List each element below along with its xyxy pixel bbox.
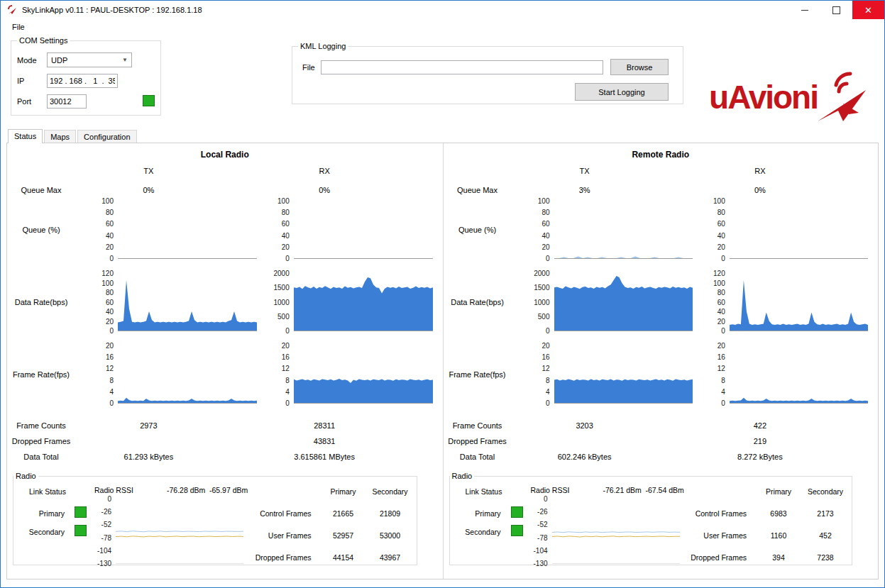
local-queue-tx-yaxis: 100806040200	[91, 197, 118, 262]
remote-frame-counts-tx: 3203	[527, 421, 703, 430]
com-settings-group: COM Settings Mode UDP ▼ IP Port	[11, 36, 161, 116]
menu-file[interactable]: File	[8, 21, 29, 33]
remote-frame-tx-chart	[554, 345, 693, 404]
local-user-frames-label: User Frames	[252, 531, 320, 540]
local-primary-led	[75, 506, 87, 518]
remote-data-tx-yaxis: 2000150010005000	[527, 270, 554, 335]
local-dropped-frames-rx: 43831	[267, 437, 443, 445]
remote-rx-header: RX	[703, 167, 878, 175]
start-logging-button[interactable]: Start Logging	[575, 83, 669, 101]
tab-maps[interactable]: Maps	[44, 130, 76, 143]
uavionix-plane-icon	[815, 70, 872, 127]
remote-rssi-yaxis: 0-26-52-78-104-130	[527, 495, 552, 567]
local-rssi-label: Radio RSSI	[94, 486, 133, 494]
status-tab-page: Local Radio TX RX Queue Max 0% 0% Queue …	[6, 143, 879, 579]
local-queue-rx-chart	[294, 201, 433, 259]
browse-button[interactable]: Browse	[610, 59, 669, 75]
port-label: Port	[17, 97, 47, 106]
remote-table-primary-header: Primary	[755, 487, 802, 496]
tab-configuration[interactable]: Configuration	[77, 130, 136, 143]
kml-file-label: File	[302, 63, 321, 72]
local-dropped-frames-secondary: 43967	[367, 553, 414, 562]
port-field[interactable]	[47, 94, 87, 109]
local-frame-counts-tx: 2973	[91, 421, 267, 430]
local-data-rx-yaxis: 2000150010005000	[267, 270, 294, 335]
remote-rssi-primary-value: -76.21 dBm	[603, 486, 642, 494]
remote-rssi-chart	[552, 499, 680, 564]
local-data-total-tx: 61.293 kBytes	[91, 453, 267, 461]
local-frame-tx-chart	[118, 345, 257, 404]
app-window: SkyLinkApp v0.11 : PAUL-DESKTOP : 192.16…	[0, 0, 885, 588]
remote-rssi-secondary-value: -67.54 dBm	[646, 486, 684, 494]
remote-data-tx-chart	[554, 273, 693, 331]
maximize-button[interactable]	[820, 1, 852, 19]
mode-label: Mode	[17, 56, 47, 65]
remote-frame-tx-yaxis: 201612840	[527, 342, 554, 407]
remote-frames-table: Primary Secondary Control Frames 6983 21…	[688, 484, 850, 565]
local-secondary-label: Secondary	[19, 528, 65, 536]
remote-data-rate-label: Data Rate(bps)	[444, 273, 527, 331]
local-user-frames-secondary: 53000	[367, 531, 414, 540]
mode-dropdown[interactable]: UDP ▼	[47, 52, 132, 67]
minimize-button[interactable]	[788, 1, 820, 19]
remote-rssi-label: Radio RSSI	[531, 486, 570, 494]
local-control-frames-secondary: 21809	[367, 509, 414, 518]
com-settings-legend: COM Settings	[17, 36, 70, 45]
local-table-secondary-header: Secondary	[367, 487, 414, 496]
local-frames-table: Primary Secondary Control Frames 21665 2…	[252, 484, 414, 565]
local-primary-label: Primary	[19, 509, 65, 518]
close-button[interactable]: ✕	[852, 1, 884, 19]
local-queue-rx-yaxis: 100806040200	[267, 197, 294, 262]
local-queue-label: Queue (%)	[7, 201, 91, 259]
local-queue-tx-chart	[118, 201, 257, 259]
local-dropped-frames-primary: 44154	[320, 553, 367, 562]
local-queue-max-rx: 0%	[267, 186, 443, 194]
uavionix-logo: uAvioni	[709, 70, 872, 127]
remote-queue-max-tx: 3%	[527, 186, 703, 194]
remote-queue-max-label: Queue Max	[444, 186, 527, 194]
remote-secondary-label: Secondary	[456, 528, 501, 536]
local-radio-panel: Local Radio TX RX Queue Max 0% 0% Queue …	[7, 143, 443, 579]
remote-dropped-frames-primary: 394	[755, 553, 802, 562]
remote-queue-tx-yaxis: 100806040200	[527, 197, 554, 262]
remote-data-total-rx: 8.272 kBytes	[703, 453, 878, 461]
chevron-down-icon: ▼	[122, 57, 128, 63]
remote-data-rx-yaxis: 120100806040200	[703, 270, 730, 335]
ip-field[interactable]	[47, 74, 118, 88]
tabstrip: Status Maps Configuration	[8, 128, 884, 143]
local-frame-rx-chart	[294, 345, 433, 404]
com-status-led	[143, 95, 155, 106]
remote-radio-panel: Remote Radio TX RX Queue Max 3% 0% Queue…	[443, 143, 879, 579]
local-frame-tx-yaxis: 201612840	[91, 342, 118, 407]
local-radio-status-legend: Radio	[13, 472, 38, 480]
remote-queue-rx-yaxis: 100806040200	[703, 197, 730, 262]
local-frame-counts-label: Frame Counts	[7, 421, 91, 430]
local-radio-status-group: Radio Link Status Primary Secondary Radi…	[13, 472, 417, 565]
remote-control-frames-label: Control Frames	[688, 509, 756, 518]
local-rssi-chart	[116, 499, 243, 564]
local-data-total-rx: 3.615861 MBytes	[267, 453, 443, 461]
remote-frame-counts-rx: 422	[703, 421, 878, 430]
local-rssi-primary-value: -76.28 dBm	[167, 486, 205, 494]
local-rssi-yaxis: 0-26-52-78-104-130	[90, 495, 116, 567]
remote-link-status-label: Link Status	[466, 487, 502, 496]
kml-file-field[interactable]	[321, 60, 603, 74]
remote-frame-rx-yaxis: 201612840	[703, 342, 730, 407]
remote-control-frames-primary: 6983	[755, 509, 802, 518]
local-table-primary-header: Primary	[320, 487, 367, 496]
local-data-rx-chart	[294, 273, 433, 331]
tab-status[interactable]: Status	[8, 129, 43, 143]
kml-logging-legend: KML Logging	[298, 42, 348, 50]
remote-user-frames-primary: 1160	[755, 531, 802, 540]
local-link-status-label: Link Status	[29, 487, 66, 496]
local-radio-title: Local Radio	[7, 150, 443, 162]
remote-radio-status-legend: Radio	[450, 472, 475, 480]
remote-table-secondary-header: Secondary	[802, 487, 849, 496]
local-data-tx-yaxis: 120100806040200	[91, 270, 118, 335]
local-tx-header: TX	[91, 167, 267, 175]
remote-user-frames-secondary: 452	[802, 531, 849, 540]
remote-dropped-frames-table-label: Dropped Frames	[688, 553, 756, 562]
remote-queue-rx-chart	[730, 201, 868, 259]
titlebar: SkyLinkApp v0.11 : PAUL-DESKTOP : 192.16…	[1, 1, 884, 19]
local-dropped-frames-label: Dropped Frames	[7, 437, 91, 445]
